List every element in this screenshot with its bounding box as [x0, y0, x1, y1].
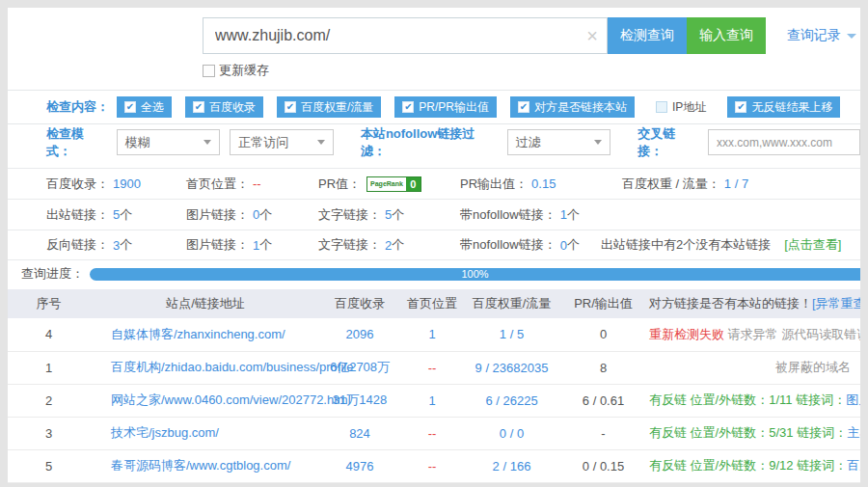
header-status-label: 对方链接是否有本站的链接！	[649, 296, 812, 311]
nofollow-link-value: 0	[560, 238, 567, 253]
checkbox-label: 对方是否链接本站	[534, 99, 627, 116]
row-status: 有反链 位置/外链数：5/31 链接词：主机吧	[649, 417, 860, 449]
weight-traffic-label: 百度权重 / 流量：	[622, 176, 720, 193]
status-anchor-link[interactable]: 图片链接	[846, 392, 860, 407]
text-link-label: 文字链接：	[318, 206, 381, 224]
url-input-wrap: ×	[203, 17, 608, 54]
pr-label: PR值：	[318, 176, 361, 193]
baidu-index-value: 1900	[113, 176, 141, 191]
weight-traffic-value: 1 / 7	[724, 176, 748, 191]
nofollow-filter-value: 过滤	[516, 134, 541, 151]
row-home-pos: 1	[398, 384, 466, 417]
query-history-link[interactable]: 查询记录	[787, 17, 856, 54]
baidu-index-label: 百度收录：	[46, 176, 109, 193]
missing-backlink-note: 出站链接中有2个没有本站链接	[601, 236, 771, 254]
progress-percent: 100%	[90, 268, 860, 281]
checkbox-baidu-weight[interactable]: ✔ 百度权重/流量	[277, 96, 381, 118]
nofollow-filter-select[interactable]: 过滤	[507, 129, 611, 155]
row-status: 重新检测失败 请求异常 源代码读取错误!	[649, 318, 860, 351]
clear-input-icon[interactable]: ×	[586, 24, 598, 47]
site-link[interactable]: 技术宅/jszbug.com/	[111, 425, 219, 440]
cross-link-input[interactable]	[708, 129, 860, 155]
chevron-down-icon	[203, 140, 211, 145]
checkbox-checked-icon: ✔	[735, 101, 746, 113]
checkbox-select-all[interactable]: ✔ 全选	[117, 96, 172, 118]
status-anchor-link[interactable]: 百度云加速	[847, 458, 860, 473]
checkbox-no-backlink-top[interactable]: ✔ 无反链结果上移	[727, 96, 840, 118]
checkbox-unchecked-icon	[656, 101, 667, 113]
text-link-value: 2	[385, 238, 392, 253]
image-link-label: 图片链接：	[186, 206, 249, 224]
progress-bar: 100%	[90, 268, 860, 281]
text-link-unit: 个	[392, 206, 404, 224]
row-weight: 0 / 0	[466, 417, 557, 449]
checkbox-baidu-index[interactable]: ✔ 百度收录	[185, 96, 263, 118]
header-weight: 百度权重/流量	[466, 289, 557, 318]
check-query-button[interactable]: 检测查询	[608, 17, 687, 54]
checkbox-label: 百度权重/流量	[301, 99, 373, 116]
backlink-unit: 个	[120, 236, 132, 254]
table-row: 3 技术宅/jszbug.com/ 824 -- 0 / 0 - 有反链 位置/…	[8, 417, 860, 449]
pr-output-label: PR输出值：	[460, 176, 528, 193]
update-cache-label: 更新缓存	[219, 62, 269, 79]
header-baidu-index: 百度收录	[321, 289, 398, 318]
chevron-down-icon	[594, 140, 602, 145]
header-pr: PR/输出值	[557, 289, 649, 318]
stats-row-backlinks: 反向链接： 3 个 图片链接： 1 个 文字链接： 2 个 带nofollow链…	[8, 230, 860, 260]
row-weight: 1 / 5	[466, 318, 557, 351]
stats-row-outlinks: 出站链接： 5 个 图片链接： 0 个 文字链接： 5 个 带nofollow链…	[8, 199, 860, 230]
recheck-abnormal-link[interactable]: [异常重查]	[812, 296, 860, 311]
checkbox-checked-icon: ✔	[402, 101, 414, 113]
pr-output-value: 0.15	[531, 176, 556, 191]
check-mode-label: 检查模式：	[46, 125, 109, 160]
text-link-value: 5	[385, 207, 392, 222]
update-cache-checkbox[interactable]	[203, 65, 215, 77]
site-link[interactable]: 百度机构/zhidao.baidu.com/business/profile	[111, 360, 353, 374]
nofollow-link-value: 1	[560, 207, 567, 222]
home-position-label: 首页位置：	[186, 176, 249, 193]
input-query-button[interactable]: 输入查询	[687, 17, 766, 54]
site-link[interactable]: 自媒体博客/zhanxincheng.com/	[111, 327, 285, 341]
access-select[interactable]: 正常访问	[230, 129, 334, 155]
status-anchor-link[interactable]: 主机吧	[847, 425, 860, 440]
access-select-value: 正常访问	[238, 134, 288, 151]
click-to-view-link[interactable]: [点击查看]	[784, 236, 841, 254]
text-link-unit: 个	[392, 236, 404, 254]
pagerank-badge-name: PageRank	[367, 177, 406, 191]
site-link[interactable]: 春哥源码博客/www.cgtblog.com/	[111, 458, 290, 473]
row-status: 有反链 位置/外链数：1/11 链接词：图片链接	[649, 384, 860, 417]
status-backlink-text: 有反链 位置/外链数：9/12 链接词：	[649, 458, 847, 473]
checkbox-pr-output[interactable]: ✔ PR/PR输出值	[394, 96, 497, 118]
row-baidu-index: 6亿2708万	[321, 351, 398, 384]
checkbox-backlink-check[interactable]: ✔ 对方是否链接本站	[510, 96, 635, 118]
row-home-pos: --	[398, 351, 466, 384]
checkbox-label: 百度收录	[209, 99, 256, 116]
pagerank-badge: PageRank 0	[366, 176, 421, 192]
nofollow-link-label: 带nofollow链接：	[460, 206, 556, 224]
row-pr: 6 / 0.61	[557, 384, 649, 417]
backlink-value: 3	[113, 238, 120, 253]
table-row: 4 自媒体博客/zhanxincheng.com/ 2096 1 1 / 5 0…	[8, 318, 860, 351]
site-link[interactable]: 网站之家/www.0460.com/view/202772.html	[111, 392, 351, 407]
row-weight: 2 / 166	[466, 449, 557, 482]
row-num: 4	[8, 318, 90, 351]
row-weight: 6 / 26225	[466, 384, 557, 417]
status-backlink-text: 有反链 位置/外链数：1/11 链接词：	[649, 392, 846, 407]
stats-row-summary: 百度收录： 1900 首页位置： -- PR值： PageRank 0 PR输出…	[8, 168, 860, 199]
outlink-label: 出站链接：	[46, 206, 109, 224]
pagerank-badge-value: 0	[406, 177, 420, 191]
header-home-pos: 首页位置	[398, 289, 466, 318]
text-link-label: 文字链接：	[318, 236, 381, 254]
mode-select[interactable]: 模糊	[117, 129, 221, 155]
checkbox-checked-icon: ✔	[193, 101, 204, 113]
image-link-unit: 个	[259, 206, 272, 224]
row-baidu-index: 2096	[321, 318, 398, 351]
row-num: 2	[8, 384, 90, 417]
row-baidu-index: 824	[321, 417, 398, 449]
status-note-text: 被屏蔽的域名	[775, 360, 851, 374]
checkbox-ip-address[interactable]: IP地址	[648, 96, 714, 118]
check-mode-row: 检查模式： 模糊 正常访问 本站nofollow链接过滤： 过滤 交叉链接：	[8, 123, 860, 160]
image-link-unit: 个	[259, 236, 272, 254]
page-container: × 检测查询 输入查询 查询记录 更新缓存 检查内容： ✔ 全选 ✔ 百度收录 …	[8, 8, 860, 483]
url-input[interactable]	[203, 17, 608, 54]
